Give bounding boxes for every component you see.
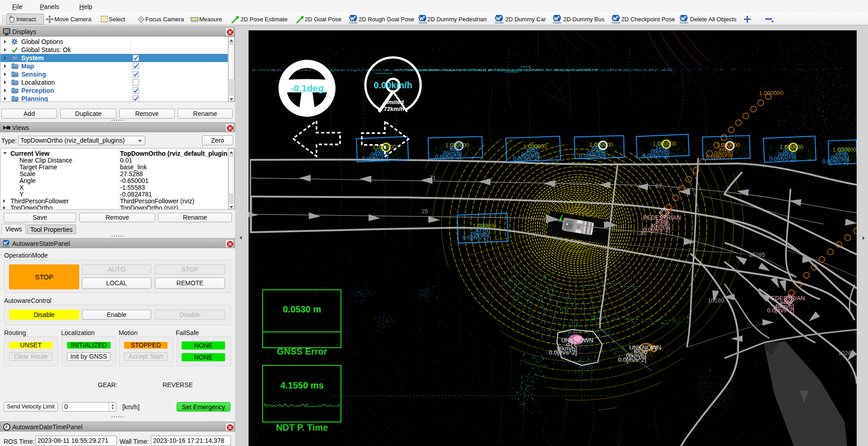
svg-text:0.0[m/s^2]: 0.0[m/s^2] [513,155,539,162]
svg-text:limited: limited [385,99,404,106]
svg-text:0.0530 m: 0.0530 m [283,304,321,314]
svg-text:0.0[m/s^2]: 0.0[m/s^2] [618,356,646,363]
svg-text:GNSS Error: GNSS Error [277,346,327,356]
svg-text:0.0[m/s^2]: 0.0[m/s^2] [435,154,461,160]
svg-text:0.0[m/s^2]: 0.0[m/s^2] [362,156,388,162]
svg-text:25: 25 [422,208,428,215]
svg-text:Autoware: Autoware [3,246,10,248]
svg-text:72km/h: 72km/h [384,106,404,112]
svg-text:Autoware: Autoware [349,22,358,24]
svg-text:0.0[m/s^2]: 0.0[m/s^2] [579,153,605,160]
svg-text:10249: 10249 [838,350,854,356]
svg-text:0.0[m/s^2]: 0.0[m/s^2] [462,235,488,241]
svg-text:0.0[m/s^2]: 0.0[m/s^2] [549,349,577,356]
svg-text:0.0[m/s^2]: 0.0[m/s^2] [767,307,794,314]
svg-text:71: 71 [429,174,436,181]
svg-text:91: 91 [655,182,662,189]
svg-text:10180: 10180 [708,297,724,304]
svg-text:NDT P. Time: NDT P. Time [276,422,328,432]
svg-text:10285: 10285 [749,251,765,258]
svg-text:0.0[m/s^2]: 0.0[m/s^2] [769,156,795,162]
svg-text:0.0[m/s^2]: 0.0[m/s^2] [706,154,732,160]
svg-text:1.000000: 1.000000 [759,90,783,96]
svg-text:Autoware: Autoware [612,22,620,24]
svg-text:0.0[m/s^2]: 0.0[m/s^2] [822,158,848,165]
svg-text:-0.1deg: -0.1deg [290,83,324,93]
svg-text:0.00km/h: 0.00km/h [374,80,412,90]
svg-text:4.1550 ms: 4.1550 ms [280,380,324,390]
svg-text:Autoware: Autoware [553,22,561,24]
svg-text:0.0[m/s^2]: 0.0[m/s^2] [643,153,668,159]
svg-text:0.0[m/s^2]: 0.0[m/s^2] [643,226,670,233]
svg-text:Autoware: Autoware [495,22,504,24]
svg-text:Autoware: Autoware [418,22,427,24]
svg-text:Autoware: Autoware [680,22,688,24]
